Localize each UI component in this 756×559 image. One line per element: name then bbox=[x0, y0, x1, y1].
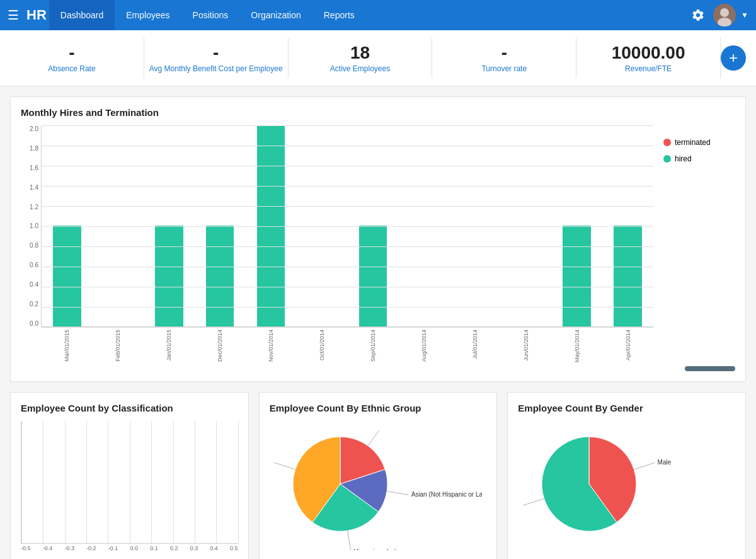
svg-point-1 bbox=[720, 8, 729, 17]
navbar: ☰ HR Dashboard Employees Positions Organ… bbox=[0, 0, 756, 30]
x-axis-label: Jun/01/2014 bbox=[500, 327, 551, 365]
legend-terminated-label: terminated bbox=[675, 138, 711, 147]
pie-label: Hispanic or Latino bbox=[353, 548, 404, 550]
gender-chart-title: Employee Count By Gender bbox=[518, 403, 735, 413]
kpi-revenue-fte: 10000.00 Revenue/FTE bbox=[576, 38, 721, 78]
pie-svg: nullAsian (Not Hispanic or Latino)Hispan… bbox=[274, 430, 482, 550]
monthly-chart-title: Monthly Hires and Termination bbox=[21, 107, 735, 118]
pie-label: Male bbox=[657, 459, 671, 466]
classification-chart-card: Employee Count by Classification -0.5-0.… bbox=[10, 392, 249, 559]
add-kpi-button[interactable]: + bbox=[721, 45, 746, 71]
hamburger-icon[interactable]: ☰ bbox=[8, 8, 19, 23]
kpi-turnover-value: - bbox=[432, 43, 576, 63]
x-label: 0.0 bbox=[130, 545, 139, 551]
user-avatar[interactable] bbox=[713, 4, 736, 26]
x-label: -0.1 bbox=[108, 545, 118, 551]
gender-pie-container: MaleFemale bbox=[518, 421, 735, 559]
kpi-turnover-label: Turnover rate bbox=[432, 64, 576, 73]
legend-hired: hired bbox=[663, 154, 735, 163]
nav-positions[interactable]: Positions bbox=[181, 0, 240, 30]
x-axis-label: Dec/01/2014 bbox=[195, 327, 246, 365]
x-axis-label: Jan/01/2015 bbox=[144, 327, 195, 365]
nav-reports[interactable]: Reports bbox=[312, 0, 366, 30]
x-label: 0.3 bbox=[190, 545, 198, 551]
y-axis-label: 0.8 bbox=[21, 242, 41, 249]
y-axis-label: 1.4 bbox=[21, 184, 41, 191]
x-axis-label: Aug/01/2014 bbox=[398, 327, 449, 365]
scrollbar-hint[interactable] bbox=[685, 366, 735, 371]
settings-icon[interactable] bbox=[688, 5, 708, 25]
gender-chart-card: Employee Count By Gender MaleFemale bbox=[507, 392, 746, 559]
kpi-turnover: - Turnover rate bbox=[432, 38, 576, 78]
x-axis-label: Sep/01/2014 bbox=[348, 327, 399, 365]
ethnic-pie-container: nullAsian (Not Hispanic or Latino)Hispan… bbox=[270, 421, 487, 559]
brand-label: HR bbox=[26, 7, 47, 23]
svg-line-4 bbox=[387, 492, 409, 495]
y-axis-label: 1.8 bbox=[21, 145, 41, 152]
svg-line-8 bbox=[523, 498, 544, 505]
svg-line-5 bbox=[348, 531, 351, 550]
kpi-revenue-value: 10000.00 bbox=[576, 43, 720, 63]
x-axis-label: Nov/01/2014 bbox=[246, 327, 297, 365]
y-axis-label: 0.2 bbox=[21, 301, 41, 308]
y-axis-label: 1.2 bbox=[21, 204, 41, 210]
kpi-active-value: 18 bbox=[289, 43, 432, 63]
x-label: -0.3 bbox=[64, 545, 74, 551]
kpi-row: - Absence Rate - Avg Monthly Benefit Cos… bbox=[0, 30, 756, 86]
ethnic-chart-title: Employee Count By Ethnic Group bbox=[270, 403, 487, 413]
bar-chart-inner: 2.01.81.61.41.21.00.80.60.40.20.0Mar/01/… bbox=[21, 125, 653, 365]
pie-label: Asian (Not Hispanic or Latino) bbox=[411, 491, 482, 498]
svg-line-3 bbox=[368, 430, 381, 446]
classification-chart-title: Employee Count by Classification bbox=[21, 403, 238, 413]
legend-hired-label: hired bbox=[675, 154, 692, 163]
kpi-absence-rate: - Absence Rate bbox=[0, 38, 144, 78]
hired-dot bbox=[663, 155, 671, 163]
kpi-benefit-value: - bbox=[144, 43, 288, 63]
y-axis-label: 1.0 bbox=[21, 222, 41, 229]
nav-organization[interactable]: Organization bbox=[239, 0, 312, 30]
kpi-benefit-label: Avg Monthly Benefit Cost per Employee bbox=[144, 64, 288, 73]
x-axis-label: Mar/01/2015 bbox=[42, 327, 93, 365]
bar-chart-legend: terminated hired bbox=[653, 125, 735, 171]
svg-line-7 bbox=[634, 463, 655, 470]
nav-employees[interactable]: Employees bbox=[115, 0, 181, 30]
x-label: -0.5 bbox=[21, 545, 31, 551]
main-content: Monthly Hires and Termination 2.01.81.61… bbox=[0, 86, 756, 559]
x-label: 0.5 bbox=[230, 545, 238, 551]
terminated-dot bbox=[663, 139, 671, 146]
x-label: -0.2 bbox=[86, 545, 96, 551]
x-label: 0.4 bbox=[210, 545, 218, 551]
kpi-active-label: Active Employees bbox=[289, 64, 432, 73]
x-axis-label: May/01/2014 bbox=[551, 327, 602, 365]
kpi-active-employees: 18 Active Employees bbox=[289, 38, 433, 78]
y-axis-label: 0.6 bbox=[21, 262, 41, 268]
nav-icons: ▼ bbox=[688, 4, 748, 26]
y-axis-label: 0.0 bbox=[21, 320, 41, 327]
pie-label: null bbox=[384, 430, 394, 431]
y-axis-label: 0.4 bbox=[21, 281, 41, 288]
y-axis-label: 1.6 bbox=[21, 164, 41, 171]
monthly-hires-chart-card: Monthly Hires and Termination 2.01.81.61… bbox=[10, 96, 746, 382]
x-axis-label: Apr/01/2014 bbox=[602, 327, 653, 365]
nav-dashboard[interactable]: Dashboard bbox=[49, 0, 115, 30]
kpi-absence-value: - bbox=[0, 43, 144, 63]
x-axis-label: Jul/01/2014 bbox=[449, 327, 500, 365]
bar-chart-container: 2.01.81.61.41.21.00.80.60.40.20.0Mar/01/… bbox=[21, 125, 735, 365]
kpi-benefit-cost: - Avg Monthly Benefit Cost per Employee bbox=[144, 38, 289, 78]
y-axis-label: 2.0 bbox=[21, 125, 41, 132]
x-label: 0.2 bbox=[170, 545, 178, 551]
kpi-revenue-label: Revenue/FTE bbox=[576, 64, 720, 73]
user-dropdown-icon[interactable]: ▼ bbox=[741, 11, 748, 20]
x-label: -0.4 bbox=[43, 545, 53, 551]
x-label: 0.1 bbox=[150, 545, 158, 551]
kpi-absence-label: Absence Rate bbox=[0, 64, 144, 73]
svg-line-6 bbox=[274, 463, 295, 470]
pie-svg: MaleFemale bbox=[523, 430, 731, 550]
x-axis-label: Feb/01/2015 bbox=[93, 327, 144, 365]
x-axis-label: Oct/01/2014 bbox=[297, 327, 348, 365]
legend-terminated: terminated bbox=[663, 138, 735, 147]
ethnic-chart-card: Employee Count By Ethnic Group nullAsian… bbox=[259, 392, 498, 559]
bottom-charts: Employee Count by Classification -0.5-0.… bbox=[10, 392, 746, 559]
